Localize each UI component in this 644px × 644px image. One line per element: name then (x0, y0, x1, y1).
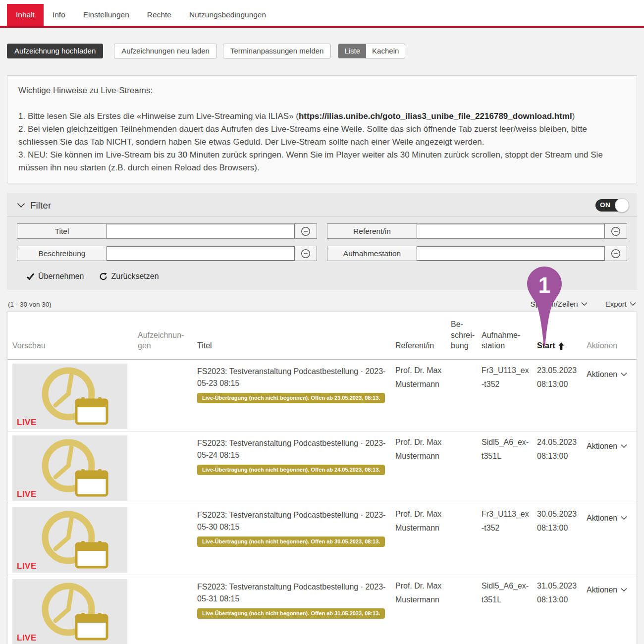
circle-minus-icon (611, 249, 621, 259)
preview-thumbnail[interactable]: LIVE (12, 435, 127, 501)
referent-cell: Prof. Dr. Max Mustermann (395, 507, 451, 575)
filter-input-referent[interactable] (417, 224, 605, 238)
table-row: LIVE FS2023: Testveranstaltung Podcastbe… (7, 575, 637, 644)
live-status-badge: Live-Übertragung (noch nicht begonnen). … (197, 537, 385, 547)
filter-apply-button[interactable]: Übernehmen (27, 272, 84, 281)
live-label: LIVE (17, 418, 37, 427)
live-stream-notice-box: Wichtige Hinweise zu Live-Streams: 1. Bi… (7, 75, 637, 183)
row-actions-label: Aktionen (587, 583, 617, 597)
view-list-button[interactable]: Liste (338, 44, 366, 58)
col-header-aufzeichnungen: Aufzeichnun-gen (138, 312, 197, 359)
preview-thumbnail[interactable]: LIVE (12, 364, 127, 429)
table-row: LIVE FS2023: Testveranstaltung Podcastbe… (7, 431, 637, 503)
filter-title[interactable]: Filter (30, 200, 51, 211)
filter-input-beschreibung[interactable] (107, 246, 295, 261)
station-cell: Sidl5_A6_ex-t351L (482, 579, 537, 644)
chevron-down-icon (630, 302, 636, 306)
notice-item-1-suffix: ) (572, 111, 575, 121)
col-header-aufnahmestation[interactable]: Aufnahme-station (482, 312, 537, 359)
aufzeichnungen-cell (138, 364, 197, 431)
beschreibung-cell (451, 507, 482, 575)
filter-field-beschreibung: Beschreibung (17, 246, 317, 261)
col-header-titel[interactable]: Titel (197, 312, 395, 359)
live-status-badge: Live-Übertragung (noch nicht begonnen). … (197, 608, 385, 619)
row-actions-label: Aktionen (587, 368, 617, 381)
filter-remove-beschreibung-button[interactable] (295, 246, 317, 261)
circle-minus-icon (301, 249, 311, 259)
recording-title: FS2023: Testveranstaltung Podcastbestell… (197, 507, 388, 533)
filter-panel: Filter ON Titel Referent/in (7, 193, 637, 290)
chevron-down-icon (581, 302, 588, 306)
filter-reset-label: Zurücksetzen (111, 272, 159, 281)
filter-toggle-on-label: ON (600, 201, 610, 209)
preview-thumbnail[interactable]: LIVE (12, 507, 127, 573)
row-actions-label: Aktionen (587, 439, 617, 453)
live-label: LIVE (17, 634, 37, 642)
recording-title: FS2023: Testveranstaltung Podcastbestell… (197, 435, 388, 461)
notice-item-1-text: 1. Bitte lesen Sie als Erstes die «Hinwe… (18, 111, 299, 121)
recordings-table-section: (1 - 30 von 30) Spalten/Zeilen Export Vo… (7, 300, 637, 644)
columns-rows-dropdown[interactable]: Spalten/Zeilen (531, 300, 588, 308)
chevron-down-icon (621, 372, 627, 376)
filter-input-titel[interactable] (107, 224, 295, 238)
filter-remove-referent-button[interactable] (605, 224, 627, 238)
filter-label-aufnahmestation: Aufnahmestation (327, 246, 417, 261)
filter-input-aufnahmestation[interactable] (417, 246, 605, 261)
col-header-vorschau: Vorschau (12, 312, 138, 359)
station-cell: Sidl5_A6_ex-t351L (482, 435, 537, 503)
notice-download-link[interactable]: https://ilias.unibe.ch/goto_ilias3_unibe… (299, 111, 572, 121)
filter-label-referent: Referent/in (327, 224, 417, 238)
columns-rows-label: Spalten/Zeilen (531, 300, 578, 308)
table-row: LIVE FS2023: Testveranstaltung Podcastbe… (7, 503, 637, 575)
chevron-down-icon (621, 444, 627, 448)
row-actions-dropdown[interactable]: Aktionen (587, 579, 630, 597)
reload-recordings-button[interactable]: Aufzeichnungen neu laden (114, 44, 217, 58)
live-status-badge: Live-Übertragung (noch nicht begonnen). … (197, 465, 385, 475)
referent-cell: Prof. Dr. Max Mustermann (395, 579, 451, 644)
row-actions-dropdown[interactable]: Aktionen (587, 364, 630, 381)
filter-remove-titel-button[interactable] (295, 224, 317, 238)
toolbar: Aufzeichnung hochladen Aufzeichnungen ne… (7, 44, 637, 58)
notice-item-3: 3. NEU: Sie können im Live-Stream bis zu… (18, 149, 626, 174)
filter-toggle-knob[interactable] (615, 198, 629, 213)
check-icon (27, 273, 34, 280)
filter-field-referent: Referent/in (327, 223, 627, 239)
tab-einstellungen[interactable]: Einstellungen (74, 4, 138, 26)
preview-thumbnail[interactable]: LIVE (12, 579, 127, 644)
recording-title: FS2023: Testveranstaltung Podcastbestell… (197, 364, 388, 389)
report-schedule-change-button[interactable]: Terminanpassungen melden (223, 44, 331, 58)
view-tiles-button[interactable]: Kacheln (366, 44, 405, 58)
filter-toggle[interactable]: ON (595, 199, 627, 212)
upload-recording-button[interactable]: Aufzeichnung hochladen (7, 44, 103, 58)
export-label: Export (605, 300, 627, 308)
col-header-referent[interactable]: Referent/in (395, 312, 451, 359)
tab-inhalt[interactable]: Inhalt (7, 4, 44, 26)
table-row: LIVE FS2023: Testveranstaltung Podcastbe… (7, 360, 637, 431)
tab-info[interactable]: Info (44, 4, 74, 26)
filter-reset-button[interactable]: Zurücksetzen (99, 272, 159, 281)
tab-rechte[interactable]: Rechte (138, 4, 180, 26)
start-cell: 30.05.2023 08:13:00 (537, 507, 587, 575)
top-tab-bar: Inhalt Info Einstellungen Rechte Nutzung… (0, 0, 644, 28)
station-cell: Fr3_U113_ex-t352 (482, 507, 537, 575)
row-actions-dropdown[interactable]: Aktionen (587, 507, 630, 525)
filter-label-beschreibung: Beschreibung (17, 246, 107, 261)
recording-title: FS2023: Testveranstaltung Podcastbestell… (197, 579, 388, 605)
station-cell: Fr3_U113_ex-t352 (482, 364, 537, 431)
filter-apply-label: Übernehmen (38, 272, 84, 281)
filter-remove-aufnahmestation-button[interactable] (605, 246, 627, 261)
beschreibung-cell (451, 435, 482, 503)
filter-collapse-icon[interactable] (17, 201, 25, 210)
referent-cell: Prof. Dr. Max Mustermann (395, 435, 451, 503)
tab-nutzungsbedingungen[interactable]: Nutzungsbedingungen (180, 4, 275, 26)
col-header-start-sorted[interactable]: Start (537, 312, 587, 359)
beschreibung-cell (451, 364, 482, 431)
filter-field-titel: Titel (17, 223, 317, 239)
circle-minus-icon (301, 226, 311, 236)
filter-field-aufnahmestation: Aufnahmestation (327, 246, 627, 261)
row-actions-dropdown[interactable]: Aktionen (587, 435, 630, 453)
aufzeichnungen-cell (138, 579, 197, 644)
live-status-badge: Live-Übertragung (noch nicht begonnen). … (197, 393, 385, 403)
col-header-beschreibung[interactable]: Be-schrei-bung (451, 312, 482, 359)
export-dropdown[interactable]: Export (605, 300, 636, 308)
